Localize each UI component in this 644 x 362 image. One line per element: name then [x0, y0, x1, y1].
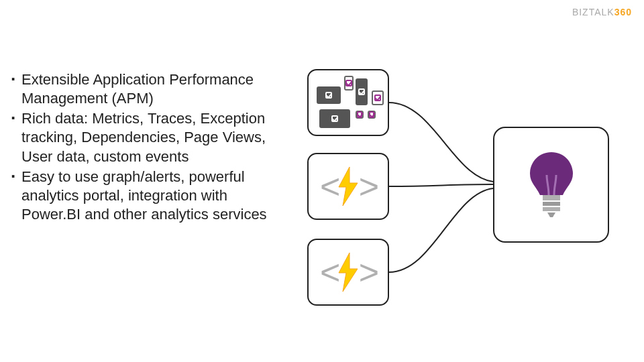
bullet-list-region: Extensible Application Performance Manag… — [11, 70, 289, 225]
small-device-icon — [356, 111, 364, 119]
source-box-function-2: < > — [307, 239, 389, 306]
brand-text-left: BIZTALK — [572, 7, 614, 17]
lightning-icon — [335, 253, 362, 292]
phone-icon — [344, 76, 354, 90]
bullet-item: Easy to use graph/alerts, powerful analy… — [11, 168, 289, 224]
devices-icon — [314, 76, 382, 129]
diagram-canvas: < > < > — [299, 69, 634, 334]
source-box-devices — [307, 69, 389, 136]
svg-marker-1 — [339, 253, 358, 292]
laptop-icon — [319, 109, 350, 128]
lightning-icon — [335, 167, 362, 206]
brand-text-right: 360 — [614, 7, 632, 17]
source-box-function-1: < > — [307, 153, 389, 220]
bullet-item: Rich data: Metrics, Traces, Exception tr… — [11, 109, 289, 166]
insight-box — [493, 127, 609, 243]
bullet-list: Extensible Application Performance Manag… — [11, 70, 289, 224]
code-lightning-icon: < > — [309, 240, 388, 304]
tablet-icon — [372, 90, 384, 105]
lightbulb-icon — [494, 128, 608, 241]
code-lightning-icon: < > — [309, 154, 388, 219]
server-icon — [356, 78, 368, 105]
svg-rect-4 — [543, 207, 560, 211]
small-device-icon — [368, 111, 376, 119]
monitor-icon — [317, 86, 341, 104]
svg-marker-0 — [339, 167, 358, 206]
svg-rect-2 — [543, 195, 560, 200]
brand-logo: BIZTALK360 — [572, 7, 632, 17]
svg-rect-3 — [543, 202, 560, 206]
bullet-item: Extensible Application Performance Manag… — [11, 70, 289, 108]
